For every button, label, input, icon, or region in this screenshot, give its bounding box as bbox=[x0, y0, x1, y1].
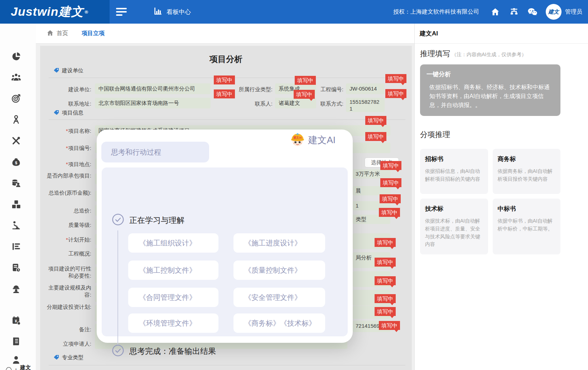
field-label: *计划开始: bbox=[47, 236, 91, 243]
logo-registered-mark: ® bbox=[85, 9, 88, 15]
step-done: 思考完成：准备输出结果 bbox=[112, 344, 216, 358]
field-label: 建设单位: bbox=[47, 86, 91, 93]
required-mark: * bbox=[66, 161, 68, 167]
field-label: *项目地点: bbox=[47, 161, 91, 168]
home-icon[interactable] bbox=[490, 6, 501, 17]
section-header-project: 项目信息 bbox=[54, 109, 83, 116]
field-label: 联系地址: bbox=[47, 100, 91, 107]
notebook-icon[interactable] bbox=[11, 336, 21, 346]
required-mark: * bbox=[66, 237, 68, 243]
field-input-partial[interactable]: 3万平方米 bbox=[353, 169, 390, 179]
breadcrumb-home-label: 首页 bbox=[57, 30, 68, 37]
reasoning-fill-title: 推理填写 bbox=[420, 49, 450, 59]
user-icon[interactable] bbox=[11, 355, 21, 365]
field-input[interactable]: 中国联合网络通信有限公司衢州市分公司 bbox=[95, 83, 211, 94]
reasoning-card-title: 招标书 bbox=[425, 155, 483, 163]
field-label: *项目编号: bbox=[47, 145, 91, 152]
field-label: 是否内部承包项目: bbox=[47, 172, 91, 179]
reasoning-card-desc: 依据中标书，由AI自动解析中标价，中标工期等。 bbox=[498, 217, 556, 233]
field-input[interactable]: 北京市朝阳区国家体育场南路一号 bbox=[95, 98, 211, 108]
filling-status-badge: 填写中 bbox=[214, 76, 235, 84]
filling-status-badge: 填写中 bbox=[365, 132, 386, 141]
field-label: 项目建设的可行性和必要性: bbox=[47, 265, 91, 279]
filling-status-badge: 填写中 bbox=[375, 258, 396, 267]
award-icon[interactable] bbox=[11, 115, 21, 125]
budget-icon[interactable]: ¥ bbox=[11, 316, 21, 326]
step-connector-line bbox=[117, 230, 118, 345]
coins-icon[interactable] bbox=[11, 178, 21, 188]
list-icon[interactable] bbox=[11, 242, 21, 252]
field-label: 主要建设规模及内容: bbox=[47, 284, 91, 298]
wechat-icon[interactable] bbox=[527, 6, 538, 17]
filling-status-badge: 填写中 bbox=[379, 321, 400, 330]
svg-text:建文AI: 建文AI bbox=[293, 136, 302, 139]
report-clock-icon[interactable] bbox=[11, 263, 21, 273]
field-label: 总造价: bbox=[47, 207, 91, 214]
team-icon[interactable] bbox=[11, 72, 21, 82]
target-icon[interactable] bbox=[11, 93, 21, 103]
field-label: 工程编号: bbox=[317, 86, 343, 93]
money-bag-icon[interactable]: $ bbox=[11, 157, 21, 167]
app-logo[interactable]: Justwin建文® bbox=[0, 0, 110, 24]
construction-icon[interactable] bbox=[11, 220, 21, 230]
tools-icon[interactable] bbox=[11, 136, 21, 146]
svg-text:$: $ bbox=[15, 161, 17, 165]
avatar-text: 建文 bbox=[548, 9, 559, 15]
one-click-analysis-desc: 依据招标书、商务标、经济标、技术标和中标通知书等资料，由AI自动解析，生成项目立… bbox=[429, 83, 553, 109]
sidebar: ¥$ JW 丨 建文软件 bbox=[0, 24, 36, 370]
ai-generated-note: （注：内容由AI生成，仅供参考） bbox=[452, 52, 526, 58]
analyzed-document-chip: 《施工控制文件》 bbox=[128, 261, 218, 280]
breadcrumb-home[interactable]: 首页 bbox=[47, 29, 68, 38]
ai-thinking-modal: 建文AI 建文AI 思考和行动过程 正在学习与理解 《施工组织设计》《施工进度设… bbox=[97, 130, 353, 343]
menu-icon[interactable] bbox=[116, 4, 132, 20]
cubes-icon[interactable] bbox=[11, 199, 21, 209]
ai-panel-title: 建文AI bbox=[415, 24, 588, 44]
pie-chart-icon[interactable] bbox=[11, 52, 21, 62]
step-done-label: 思考完成：准备输出结果 bbox=[129, 346, 216, 357]
reasoning-card[interactable]: 中标书依据中标书，由AI自动解析中标价，中标工期等。 bbox=[493, 199, 561, 254]
filling-status-badge: 填写中 bbox=[214, 89, 235, 98]
field-label: 分期建设投资计划: bbox=[47, 303, 91, 311]
breadcrumb: 首页 项目立项 bbox=[36, 24, 414, 44]
ai-assistant-panel: 建文AI 推理填写 （注：内容由AI生成，仅供参考） 一键分析 依据招标书、商务… bbox=[414, 24, 588, 370]
reasoning-card[interactable]: 技术标依据技术标，由AI自动解析项目进度、质量、安全与技术风险点等要求关键内容 bbox=[420, 199, 488, 254]
analyzed-document-chip: 《施工进度设计》 bbox=[233, 233, 325, 253]
analyzed-document-chip: 《商务标》《技术标》 bbox=[233, 313, 325, 333]
field-label: 备注: bbox=[47, 326, 91, 333]
field-input[interactable]: 15515827821 bbox=[346, 98, 385, 112]
license-text: 授权：上海建文软件科技有限公司 bbox=[393, 8, 479, 16]
reasoning-card-title: 中标书 bbox=[498, 205, 556, 213]
tag-icon bbox=[54, 355, 59, 361]
avatar[interactable]: 建文 bbox=[546, 4, 562, 20]
filling-status-badge: 填写中 bbox=[375, 307, 396, 316]
modal-brand-label: 建文AI bbox=[308, 134, 336, 146]
breadcrumb-current-tab[interactable]: 项目立项 bbox=[82, 30, 105, 37]
page-title: 项目分析 bbox=[40, 54, 412, 65]
nav-dashboard[interactable]: 看板中心 bbox=[153, 6, 191, 18]
field-label: 总造价(原币金额): bbox=[47, 189, 91, 196]
section-divider bbox=[49, 120, 405, 120]
filling-status-badge: 填写中 bbox=[385, 89, 406, 98]
tag-icon bbox=[54, 68, 59, 74]
filling-status-badge: 填写中 bbox=[375, 238, 396, 247]
field-input[interactable]: JW-050614 bbox=[346, 83, 385, 94]
reasoning-card[interactable]: 招标书依据招标信息，由AI自动解析项目招标的关键内容 bbox=[420, 149, 488, 194]
filling-status-badge: 填写中 bbox=[295, 76, 316, 85]
worker-icon[interactable] bbox=[11, 284, 21, 294]
section-header-company: 建设单位 bbox=[54, 67, 83, 74]
required-mark: * bbox=[66, 145, 68, 151]
filling-status-badge: 填写中 bbox=[365, 116, 386, 125]
reasoning-card-title: 商务标 bbox=[498, 155, 556, 163]
app-root: Justwin建文® 看板中心 授权：上海建文软件科技有限公司 建文 管理员 ¥… bbox=[0, 0, 588, 370]
filling-status-badge: 填写中 bbox=[380, 161, 401, 170]
org-icon[interactable] bbox=[509, 6, 519, 17]
sub-reasoning-title: 分项推理 bbox=[420, 130, 588, 140]
one-click-analysis-title: 一键分析 bbox=[426, 70, 553, 78]
section-header-specialty: 专业类型 bbox=[54, 354, 83, 361]
filling-status-badge: 填写中 bbox=[375, 294, 396, 303]
one-click-analysis-card[interactable]: 一键分析 依据招标书、商务标、经济标、技术标和中标通知书等资料，由AI自动解析，… bbox=[420, 64, 560, 116]
filling-status-badge: 填写中 bbox=[294, 90, 315, 99]
reasoning-card[interactable]: 商务标依据商务标，由AI自动解析项目报价等关键内容 bbox=[493, 149, 561, 194]
field-label: 联系方式: bbox=[317, 100, 343, 107]
field-label: 质量等级: bbox=[47, 221, 91, 229]
